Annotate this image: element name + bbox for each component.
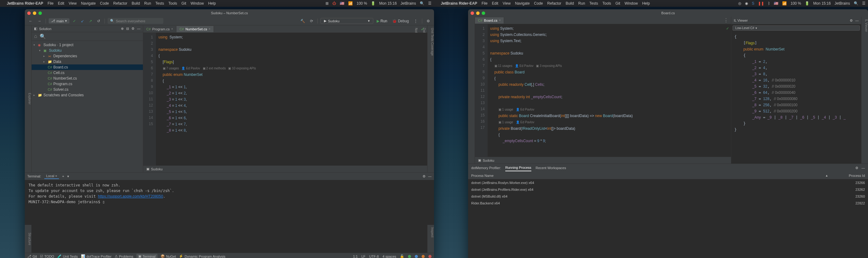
- tree-scratches[interactable]: ▸📁Scratches and Consoles: [32, 92, 143, 98]
- sync-icon[interactable]: ⊕: [121, 27, 124, 31]
- tree-file-program[interactable]: C#Program.cs: [32, 81, 143, 87]
- menubar-app[interactable]: JetBrains Rider-EAP: [7, 1, 43, 6]
- code-area[interactable]: using System; namespace Sudoku { [Flags]…: [156, 33, 427, 165]
- circle-icon[interactable]: ◎: [738, 1, 741, 6]
- breadcrumb[interactable]: ▣ Sudoku: [143, 165, 427, 172]
- commit-icon[interactable]: ✓: [71, 18, 78, 24]
- tab-board[interactable]: C#Board.cs×: [475, 17, 504, 24]
- trackpad-icon[interactable]: ⊞: [326, 1, 329, 6]
- hide-icon[interactable]: —: [137, 27, 141, 31]
- close-icon[interactable]: ×: [499, 19, 501, 22]
- sb-dottrace[interactable]: 📊 dotTrace Profiler: [81, 254, 112, 258]
- sb-nuget[interactable]: 📦 NuGet: [161, 254, 176, 258]
- menu-tests[interactable]: Tests: [155, 1, 164, 6]
- target-icon[interactable]: ◉: [745, 1, 748, 6]
- menu-build[interactable]: Build: [566, 1, 574, 6]
- tree-project[interactable]: ▾▣Sudoku: [32, 48, 143, 53]
- code-area[interactable]: using System; using System.Collections.G…: [488, 24, 731, 157]
- tab-running-process[interactable]: Running Process: [505, 164, 531, 171]
- menu-git[interactable]: Git: [615, 1, 620, 6]
- sort-icon[interactable]: ▴: [826, 173, 828, 178]
- inspect-tab[interactable]: Inspect: [431, 227, 434, 250]
- tree-file-numberset[interactable]: C#NumberSet.cs: [32, 75, 143, 81]
- titlebar[interactable]: Board.cs: [468, 9, 868, 17]
- tree-file-cell[interactable]: C#Cell.cs: [32, 70, 143, 75]
- col-process-name[interactable]: Process Name: [471, 174, 826, 178]
- minimize-button[interactable]: [33, 11, 36, 15]
- menu-view[interactable]: View: [68, 1, 76, 6]
- sb-terminal[interactable]: ▣ Terminal: [136, 254, 157, 258]
- bluetooth-icon[interactable]: ᛒ: [768, 1, 770, 6]
- hide-icon[interactable]: —: [428, 174, 432, 179]
- menu-view[interactable]: View: [502, 1, 510, 6]
- encoding[interactable]: UTF-8: [369, 255, 379, 258]
- settings-icon[interactable]: ⚙: [855, 166, 858, 170]
- flag-icon[interactable]: 🇺🇸: [774, 1, 778, 6]
- minimize-button[interactable]: [476, 11, 479, 15]
- reload-icon[interactable]: ⟳: [308, 18, 315, 24]
- process-row[interactable]: dotnet (JetBrains.Roslyn.Worker.exe) x64…: [468, 179, 868, 186]
- menu-git[interactable]: Git: [181, 1, 186, 6]
- clock[interactable]: Mon 15:16: [813, 1, 831, 6]
- menu-navigate[interactable]: Navigate: [515, 1, 529, 6]
- control-center-icon[interactable]: ☰: [862, 1, 866, 6]
- il-viewer-tab[interactable]: IL Viewer: [865, 19, 868, 161]
- pause-icon[interactable]: ❚❚: [758, 1, 764, 6]
- wifi-icon[interactable]: 📶: [348, 1, 353, 6]
- settings-icon[interactable]: ⚙: [423, 174, 426, 179]
- menu-tests[interactable]: Tests: [589, 1, 598, 6]
- run-button[interactable]: ▶ Run: [375, 18, 389, 24]
- il-code[interactable]: { [Flags] public enum NumberSet { _1 = 2…: [731, 32, 861, 164]
- search-everywhere[interactable]: 🔍 Search everywhere: [107, 18, 163, 24]
- process-row[interactable]: dotnet (JetBrains.Profilers.Rider.exe) x…: [468, 186, 868, 193]
- menu-help[interactable]: Help: [642, 1, 650, 6]
- home-icon[interactable]: ⌂: [34, 33, 37, 39]
- power-icon[interactable]: ⏻: [332, 1, 336, 6]
- git-branch-selector[interactable]: ⎇ main ▾: [49, 18, 69, 24]
- terminal-local[interactable]: Local ×: [44, 173, 59, 179]
- status-blue-dot[interactable]: [415, 255, 418, 258]
- menu-edit[interactable]: Edit: [492, 1, 498, 6]
- status-orange-dot[interactable]: [422, 255, 425, 258]
- more-icon[interactable]: ⋮: [412, 18, 419, 24]
- back-button[interactable]: ←: [27, 18, 34, 24]
- breadcrumb[interactable]: ▣ Sudoku: [475, 157, 731, 164]
- collapse-icon[interactable]: ⊟: [126, 27, 129, 31]
- push-icon[interactable]: ↗: [87, 18, 94, 24]
- battery-icon[interactable]: 🔋: [371, 1, 375, 6]
- titlebar[interactable]: Sudoku – NumberSet.cs: [25, 9, 434, 17]
- close-icon[interactable]: ×: [171, 27, 173, 31]
- forward-button[interactable]: →: [36, 18, 43, 24]
- il-level-selector[interactable]: Low-Level C# ▾: [733, 25, 860, 31]
- update-icon[interactable]: ↙: [80, 18, 86, 24]
- menu-refactor[interactable]: Refactor: [113, 1, 127, 6]
- right-app[interactable]: JetBrains: [835, 1, 850, 6]
- sb-todo[interactable]: ☑ TODO: [40, 254, 54, 258]
- terminal-output[interactable]: The default interactive shell is now zsh…: [25, 180, 434, 253]
- terminal-dropdown[interactable]: ▾: [67, 174, 69, 179]
- settings-icon[interactable]: ⚙: [131, 27, 134, 31]
- history-icon[interactable]: ↺: [95, 18, 102, 24]
- new-terminal-button[interactable]: +: [62, 174, 64, 178]
- sb-unittests[interactable]: 🧪 Unit Tests: [57, 254, 78, 258]
- search-icon[interactable]: 🔍: [420, 1, 424, 6]
- tree-file-solver[interactable]: C#Solver.cs: [32, 87, 143, 92]
- menu-refactor[interactable]: Refactor: [547, 1, 561, 6]
- menu-code[interactable]: Code: [534, 1, 543, 6]
- zoom-button[interactable]: [482, 11, 485, 15]
- menu-tools[interactable]: Tools: [602, 1, 611, 6]
- menu-window[interactable]: Window: [191, 1, 204, 6]
- structure-tab[interactable]: Structure: [28, 227, 31, 250]
- clock[interactable]: Mon 15:16: [379, 1, 397, 6]
- caret-pos[interactable]: 1:1: [353, 255, 358, 258]
- menu-edit[interactable]: Edit: [58, 1, 64, 6]
- close-button[interactable]: [27, 11, 31, 15]
- battery-icon[interactable]: 🔋: [805, 1, 809, 6]
- sb-git[interactable]: ⎇ Git: [27, 254, 37, 258]
- close-button[interactable]: [471, 11, 474, 15]
- process-row[interactable]: Rider.Backend x6422822: [468, 200, 868, 206]
- status-red-dot[interactable]: [428, 255, 432, 258]
- menu-tools[interactable]: Tools: [168, 1, 177, 6]
- unit-tests-tab[interactable]: Unit Tests Coverage: [431, 28, 434, 170]
- settings-icon[interactable]: ⚙: [850, 19, 853, 23]
